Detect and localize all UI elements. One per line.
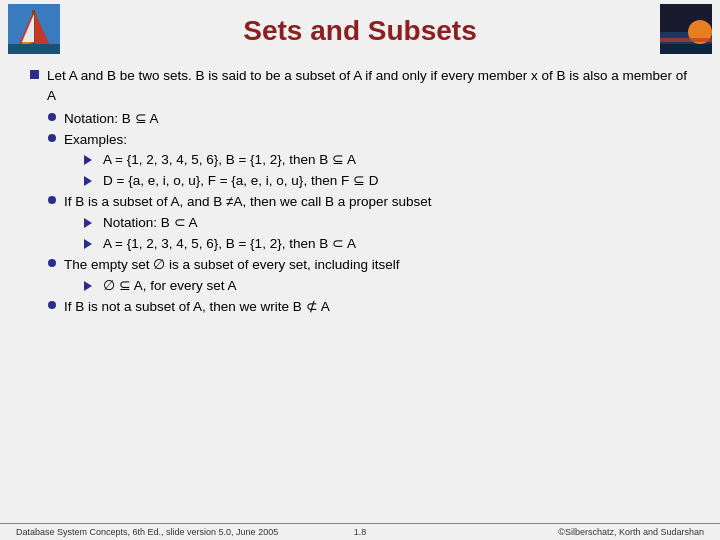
sub-item-examples: Examples: A = {1, 2, 3, 4, 5, 6}, B = {1… (48, 130, 690, 192)
proper-notation: Notation: B ⊂ A (84, 213, 432, 233)
slide-header: Sets and Subsets (0, 0, 720, 58)
diamond-bullet-icon-2 (84, 176, 97, 186)
slide-content: Let A and B be two sets. B is said to be… (0, 58, 720, 523)
diamond-bullet-icon (84, 155, 97, 165)
square-bullet-icon (30, 70, 39, 79)
sub-item-emptyset-text: The empty set ∅ is a subset of every set… (64, 257, 399, 272)
slide-title: Sets and Subsets (243, 15, 476, 47)
proper-notation-text: Notation: B ⊂ A (103, 213, 198, 233)
sub-list: Notation: B ⊆ A Examples: A = {1, 2, 3, … (48, 109, 690, 317)
proper-example: A = {1, 2, 3, 4, 5, 6}, B = {1, 2}, then… (84, 234, 432, 254)
slide-footer: Database System Concepts, 6th Ed., slide… (0, 523, 720, 540)
footer-left-text: Database System Concepts, 6th Ed., slide… (16, 527, 291, 537)
footer-copyright: ©Silberschatz, Korth and Sudarshan (429, 527, 704, 537)
emptyset-example-text: ∅ ⊆ A, for every set A (103, 276, 237, 296)
example-2-text: D = {a, e, i, o, u}, F = {a, e, i, o, u}… (103, 171, 378, 191)
circle-bullet-icon-3 (48, 196, 56, 204)
circle-bullet-icon-4 (48, 259, 56, 267)
example-1-text: A = {1, 2, 3, 4, 5, 6}, B = {1, 2}, then… (103, 150, 356, 170)
svg-rect-5 (8, 44, 60, 54)
slide: Sets and Subsets Let A and B be two sets… (0, 0, 720, 540)
circle-bullet-icon-5 (48, 301, 56, 309)
svg-rect-10 (660, 44, 712, 54)
circle-bullet-icon (48, 113, 56, 121)
proper-example-text: A = {1, 2, 3, 4, 5, 6}, B = {1, 2}, then… (103, 234, 356, 254)
emptyset-example: ∅ ⊆ A, for every set A (84, 276, 399, 296)
main-bullet-1: Let A and B be two sets. B is said to be… (30, 66, 690, 105)
diamond-bullet-icon-5 (84, 281, 97, 291)
header-image-left (8, 4, 60, 54)
header-image-right (660, 4, 712, 54)
main-bullet-1-text: Let A and B be two sets. B is said to be… (47, 66, 690, 105)
sub-item-examples-text: Examples: (64, 132, 127, 147)
diamond-bullet-icon-3 (84, 218, 97, 228)
emptyset-sub-list: ∅ ⊆ A, for every set A (84, 276, 399, 296)
sub-item-notation-text: Notation: B ⊆ A (64, 109, 159, 129)
sub-item-notation: Notation: B ⊆ A (48, 109, 690, 129)
footer-page-number: 1.8 (291, 527, 429, 537)
proper-sub-list: Notation: B ⊂ A A = {1, 2, 3, 4, 5, 6}, … (84, 213, 432, 253)
examples-sub-list: A = {1, 2, 3, 4, 5, 6}, B = {1, 2}, then… (84, 150, 378, 190)
sub-item-notsubset-text: If B is not a subset of A, then we write… (64, 297, 330, 317)
example-2: D = {a, e, i, o, u}, F = {a, e, i, o, u}… (84, 171, 378, 191)
circle-bullet-icon-2 (48, 134, 56, 142)
example-1: A = {1, 2, 3, 4, 5, 6}, B = {1, 2}, then… (84, 150, 378, 170)
sub-item-proper-text: If B is a subset of A, and B ≠A, then we… (64, 194, 432, 209)
sub-item-proper: If B is a subset of A, and B ≠A, then we… (48, 192, 690, 254)
diamond-bullet-icon-4 (84, 239, 97, 249)
sub-item-notsubset: If B is not a subset of A, then we write… (48, 297, 690, 317)
sub-item-emptyset: The empty set ∅ is a subset of every set… (48, 255, 690, 296)
svg-rect-9 (660, 38, 712, 42)
